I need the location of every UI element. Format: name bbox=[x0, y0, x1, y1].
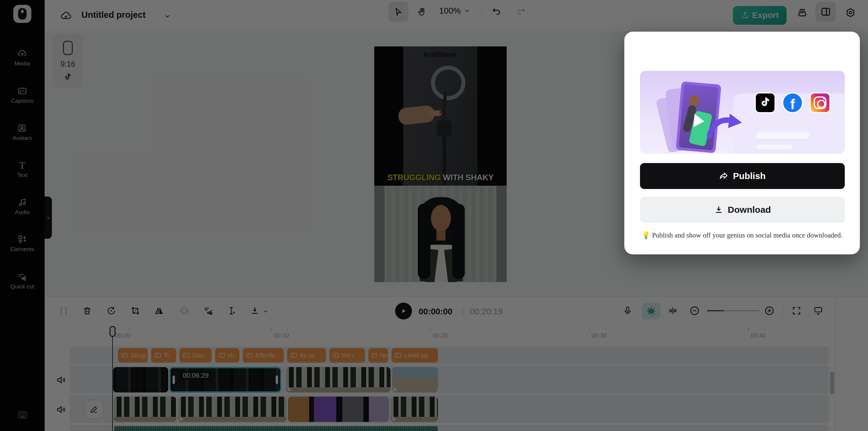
tiktok-social-icon bbox=[754, 92, 776, 113]
instagram-social-icon bbox=[809, 92, 831, 113]
export-modal: Export bbox=[624, 32, 860, 254]
instagram-lens bbox=[817, 100, 826, 108]
export-tip: 💡 Publish and show off your genius on so… bbox=[624, 231, 860, 239]
arrow-illustration bbox=[707, 109, 743, 139]
facebook-f: f bbox=[790, 96, 795, 112]
download-arrow-icon bbox=[714, 205, 723, 214]
instagram-dot bbox=[823, 98, 825, 99]
placeholder-bar bbox=[756, 145, 793, 149]
export-illustration: f bbox=[640, 71, 845, 154]
facebook-social-icon: f bbox=[782, 92, 803, 113]
placeholder-bar bbox=[756, 132, 809, 139]
publish-button-label: Publish bbox=[733, 171, 766, 181]
publish-share-icon bbox=[719, 171, 728, 181]
download-button-label: Download bbox=[728, 205, 771, 215]
publish-button[interactable]: Publish bbox=[640, 163, 845, 189]
app-window: Media Captions Avatars T Text Audio bbox=[0, 0, 868, 431]
download-button[interactable]: Download bbox=[640, 197, 845, 223]
play-triangle bbox=[693, 114, 705, 128]
